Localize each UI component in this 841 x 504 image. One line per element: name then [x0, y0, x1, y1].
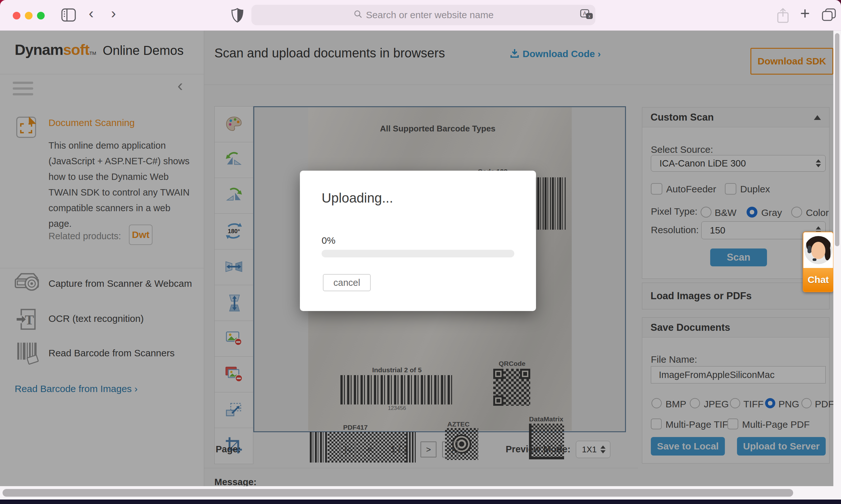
address-bar[interactable]: Search or enter website name — [251, 5, 595, 25]
cancel-button[interactable]: cancel — [323, 274, 371, 291]
uploading-dialog: Uploading... 0% cancel — [300, 170, 536, 311]
share-icon[interactable] — [776, 7, 790, 25]
chat-widget[interactable]: Chat — [803, 232, 834, 292]
close-window-button[interactable] — [13, 12, 20, 19]
horizontal-scrollbar-thumb[interactable] — [3, 489, 793, 497]
new-tab-button[interactable]: + — [800, 5, 810, 22]
chat-button[interactable]: Chat — [803, 268, 833, 291]
horizontal-scrollbar — [0, 486, 833, 500]
sidebar-toggle-icon[interactable] — [61, 8, 76, 23]
tab-overview-icon[interactable] — [821, 8, 837, 23]
progress-bar — [322, 250, 514, 257]
web-page: DynamsoftTM Online Demos ‹ Document Scan… — [0, 31, 841, 500]
vertical-scrollbar-thumb[interactable] — [835, 33, 839, 246]
minimize-window-button[interactable] — [25, 12, 33, 19]
address-bar-placeholder: Search or enter website name — [366, 10, 494, 20]
support-agent-avatar — [803, 232, 833, 268]
safari-window: ‹ › Search or enter website name Ax + Dy… — [0, 0, 841, 504]
svg-text:A: A — [583, 11, 586, 16]
search-icon — [353, 9, 363, 21]
dialog-title: Uploading... — [322, 191, 393, 206]
svg-text:x: x — [588, 14, 591, 18]
zoom-window-button[interactable] — [37, 12, 45, 19]
translate-icon[interactable]: Ax — [580, 9, 593, 22]
browser-toolbar: ‹ › Search or enter website name Ax + — [0, 0, 841, 31]
progress-percent: 0% — [322, 235, 335, 246]
back-button[interactable]: ‹ — [89, 6, 93, 20]
vertical-scrollbar — [833, 31, 841, 500]
forward-button[interactable]: › — [111, 6, 116, 20]
window-bottom-edge — [0, 500, 841, 504]
privacy-shield-icon[interactable] — [231, 8, 244, 24]
